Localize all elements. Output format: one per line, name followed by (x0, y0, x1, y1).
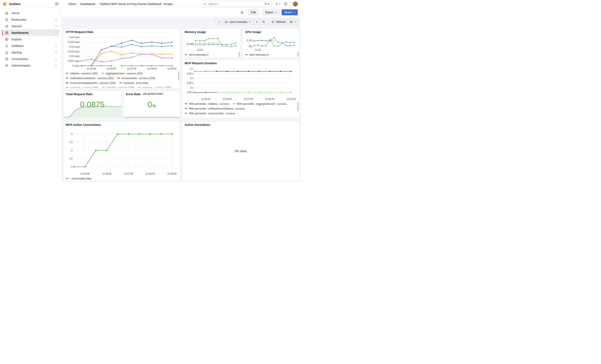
legend-item[interactable]: fetch-telemetry-0 (245, 53, 269, 56)
legend-swatch (245, 54, 248, 55)
user-avatar[interactable] (293, 2, 298, 6)
svg-text:12:29:00: 12:29:00 (167, 172, 177, 175)
legend-row: fetch-telemetry-0 (185, 52, 238, 57)
legend-item[interactable]: notifications/initialized - success (202… (66, 77, 113, 80)
legend-item[interactable]: initialize - success (200) (66, 72, 98, 75)
legend-item[interactable]: logging/setLevel - success (200) (101, 72, 143, 75)
panel-title[interactable]: MCP Request Duration (182, 60, 299, 66)
top-navigation: Grafana Home › Dashboards › ToolHive MCP… (0, 0, 300, 8)
floating-label: otel-grafana-dark (143, 92, 163, 95)
breadcrumb-separator: › (78, 2, 79, 6)
scrollbar-thumb[interactable] (297, 102, 299, 111)
panel-title[interactable]: Memory Usage (182, 29, 240, 34)
sidebar-item-label: Dashboards (11, 31, 55, 34)
sidebar-item-drilldown[interactable]: Drilldown (2, 42, 60, 49)
svg-text:0.2%: 0.2% (247, 39, 252, 42)
panel-left-icon (55, 2, 59, 6)
search-input[interactable] (208, 2, 263, 6)
error-rate-unit: % (152, 104, 156, 108)
export-button[interactable]: Export (262, 9, 280, 15)
export-label: Export (265, 11, 273, 14)
legend-item[interactable]: 95th percentile - resources/list - succe… (185, 112, 235, 115)
svg-text:12:28:00: 12:28:00 (147, 67, 156, 70)
dashboard-toolbar: Edit Export Share (62, 8, 300, 17)
favorite-star-button[interactable] (240, 10, 244, 15)
sidebar-item-bookmarks[interactable]: Bookmarks (2, 16, 60, 23)
grafana-app: { "topnav": { "brand": "Grafana", "bread… (0, 0, 300, 182)
sidebar-toggle-button[interactable] (55, 2, 59, 6)
bookmark-icon (5, 18, 9, 22)
breadcrumb-dashboards[interactable]: Dashboards (80, 2, 95, 6)
sidebar-item-connections[interactable]: Connections (2, 56, 60, 62)
legend-item[interactable]: resources/list - success (200) (117, 77, 155, 80)
brand[interactable]: Grafana (3, 2, 20, 6)
breadcrumb-home[interactable]: Home (68, 2, 76, 6)
legend-swatch (117, 78, 120, 79)
sidebar-item-label: Starred (11, 24, 55, 28)
legend-row: notifications/initialized - success (202… (66, 76, 178, 80)
zoom-out-button[interactable] (260, 19, 268, 25)
sidebar-item-home[interactable]: Home (2, 10, 60, 16)
time-forward-button[interactable] (253, 19, 260, 25)
legend-item[interactable]: - (streamable-http) (66, 177, 91, 180)
legend-item[interactable]: tools/call - success (200) (66, 86, 99, 88)
panel-title[interactable]: MCP Active Connections (63, 121, 180, 127)
sidebar: Home Bookmarks Starred Dashboards Explor… (0, 8, 62, 182)
panel-title[interactable]: CPU Usage (243, 29, 299, 34)
sidebar-item-dashboards[interactable]: Dashboards (2, 30, 60, 36)
drilldown-icon (5, 44, 9, 48)
svg-text:3: 3 (71, 133, 72, 136)
legend-label: tools/call - error (404) (124, 81, 148, 84)
help-button[interactable]: ? (283, 2, 288, 6)
sidebar-item-starred[interactable]: Starred (2, 23, 60, 30)
refresh-interval-picker[interactable]: 5s (288, 19, 299, 25)
legend-label: resources/templates/list - success (200) (70, 81, 116, 84)
legend-swatch (185, 54, 187, 55)
svg-text:12:29:00: 12:29:00 (167, 67, 177, 70)
legend-item[interactable]: fetch-telemetry-0 (185, 53, 209, 56)
divider (260, 10, 260, 15)
sidebar-item-alerting[interactable]: Alerting (2, 49, 60, 56)
panel-active-goroutines: Active Goroutines No data (182, 121, 299, 181)
nav-actions: ? (272, 2, 300, 6)
legend-item[interactable]: 95th percentile - initialize - success (185, 102, 229, 105)
scrollbar-thumb[interactable] (297, 52, 299, 57)
legend-item[interactable]: 95th percentile - logging/setLevel - suc… (233, 102, 287, 105)
sidebar-item-explore[interactable]: Explore (2, 36, 60, 42)
add-button[interactable] (275, 2, 281, 6)
sidebar-item-administration[interactable]: Administration (2, 62, 60, 69)
sidebar-item-label: Explore (11, 38, 57, 41)
dashboards-icon (5, 31, 9, 35)
refresh-button[interactable]: Refresh (269, 19, 288, 25)
legend-label: 95th percentile - logging/setLevel - suc… (237, 102, 287, 105)
legend-item[interactable]: tools/list - success (200) (102, 86, 134, 88)
legend-item[interactable]: 95th percentile - resources/templates/li… (185, 117, 247, 118)
panel-title[interactable]: HTTP Request Rate (63, 29, 180, 34)
svg-text:12:25:00: 12:25:00 (80, 172, 90, 175)
legend-row: 95th percentile - notifications/initiali… (185, 106, 297, 111)
legend-item[interactable]: resources/templates/list - success (200) (66, 81, 116, 84)
legend-item[interactable]: tools/call - error (404) (119, 81, 148, 84)
time-back-button[interactable] (216, 19, 223, 25)
legend-item[interactable]: 95th percentile - notifications/initiali… (185, 107, 245, 110)
star-icon (5, 24, 9, 28)
legend-row: tools/call - success (200)tools/list - s… (66, 85, 178, 88)
scrollbar-thumb[interactable] (178, 71, 179, 81)
svg-text:12:26:00: 12:26:00 (102, 172, 111, 175)
time-range-label: Last 5 minutes (229, 20, 247, 23)
time-range-picker[interactable]: Last 5 minutes (223, 19, 253, 25)
scrollbar-thumb[interactable] (239, 52, 240, 57)
chart-legend: - (streamable-http) (63, 176, 180, 181)
edit-button[interactable]: Edit (249, 9, 258, 15)
search-box[interactable]: ⌘+k (201, 1, 272, 7)
legend-swatch (138, 87, 141, 88)
panel-title[interactable]: Total Request Rate (63, 91, 121, 97)
chart-legend: initialize - success (200)logging/setLev… (63, 70, 180, 88)
chevron-down-icon (55, 58, 57, 60)
legend-swatch (185, 103, 187, 104)
legend-row: resources/templates/list - success (200)… (66, 80, 178, 85)
chevron-down-icon (294, 11, 296, 13)
legend-item[interactable]: unknown - success (200) (138, 86, 171, 88)
share-caret-button[interactable] (292, 9, 298, 15)
svg-text:1: 1 (71, 165, 72, 168)
